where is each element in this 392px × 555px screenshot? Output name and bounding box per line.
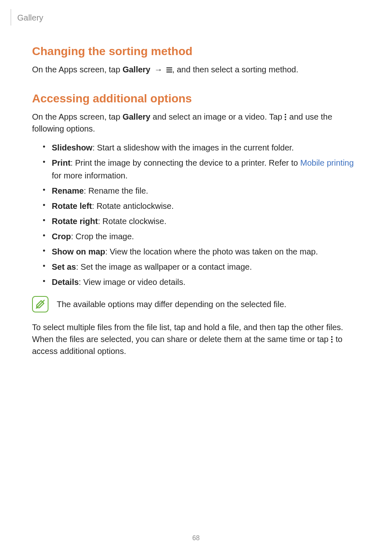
breadcrumb: Gallery [17, 13, 363, 23]
list-item: Rotate right: Rotate clockwise. [43, 215, 363, 228]
mobile-printing-link[interactable]: Mobile printing [300, 158, 354, 167]
desc: : Rename the file. [84, 186, 148, 195]
text: and select an image or a video. Tap [150, 112, 285, 121]
term: Print [52, 158, 71, 167]
arrow-icon: → [153, 64, 164, 76]
note-text: The available options may differ dependi… [57, 296, 286, 310]
header-rule [0, 9, 11, 25]
term: Rotate right [52, 217, 98, 226]
gallery-label: Gallery [122, 65, 150, 74]
section-title-sorting: Changing the sorting method [32, 45, 363, 58]
options-list: Slideshow: Start a slideshow with the im… [32, 141, 363, 289]
term: Crop [52, 232, 71, 241]
note-icon [32, 296, 48, 312]
term: Show on map [52, 247, 105, 256]
page-number: 68 [0, 534, 392, 542]
section2-closing: To select multiple files from the file l… [32, 321, 363, 357]
gallery-label: Gallery [122, 112, 150, 121]
desc: for more information. [52, 171, 128, 180]
note-callout: The available options may differ dependi… [32, 296, 363, 312]
svg-rect-5 [285, 119, 286, 120]
desc: : View image or video details. [79, 278, 186, 287]
text: , and then select a sorting method. [172, 65, 298, 74]
list-item: Rotate left: Rotate anticlockwise. [43, 200, 363, 213]
svg-rect-1 [166, 69, 172, 70]
svg-rect-8 [331, 339, 332, 340]
text: On the Apps screen, tap [32, 65, 122, 74]
desc: : View the location where the photo was … [105, 247, 318, 256]
desc: : Rotate clockwise. [98, 217, 166, 226]
more-vert-icon [331, 336, 333, 343]
term: Rotate left [52, 201, 92, 210]
list-item: Show on map: View the location where the… [43, 245, 363, 258]
term: Set as [52, 262, 76, 271]
desc: : Start a slideshow with the images in t… [92, 143, 294, 152]
list-item: Set as: Set the image as wallpaper or a … [43, 261, 363, 273]
list-item: Print: Print the image by connecting the… [43, 157, 363, 182]
section-title-options: Accessing additional options [32, 92, 363, 105]
term: Details [52, 278, 79, 287]
page-content: Gallery Changing the sorting method On t… [0, 0, 392, 357]
text: On the Apps screen, tap [32, 112, 122, 121]
text: To select multiple files from the file l… [32, 323, 343, 344]
desc: : Rotate anticlockwise. [92, 201, 174, 210]
svg-rect-3 [285, 114, 286, 115]
list-item: Crop: Crop the image. [43, 230, 363, 243]
svg-rect-0 [166, 67, 172, 68]
desc: : Crop the image. [71, 232, 134, 241]
svg-rect-9 [331, 341, 332, 342]
desc: : Print the image by connecting the devi… [71, 158, 300, 167]
desc: : Set the image as wallpaper or a contac… [76, 262, 252, 271]
term: Rename [52, 186, 84, 195]
svg-rect-4 [285, 116, 286, 118]
svg-rect-2 [166, 72, 172, 72]
section1-intro: On the Apps screen, tap Gallery → , and … [32, 64, 363, 76]
list-item: Slideshow: Start a slideshow with the im… [43, 141, 363, 154]
more-vert-icon [284, 114, 287, 120]
list-item: Rename: Rename the file. [43, 185, 363, 197]
section2-intro: On the Apps screen, tap Gallery and sele… [32, 111, 363, 135]
list-item: Details: View image or video details. [43, 276, 363, 289]
term: Slideshow [52, 143, 92, 152]
svg-rect-7 [331, 336, 332, 338]
menu-icon [166, 67, 172, 73]
